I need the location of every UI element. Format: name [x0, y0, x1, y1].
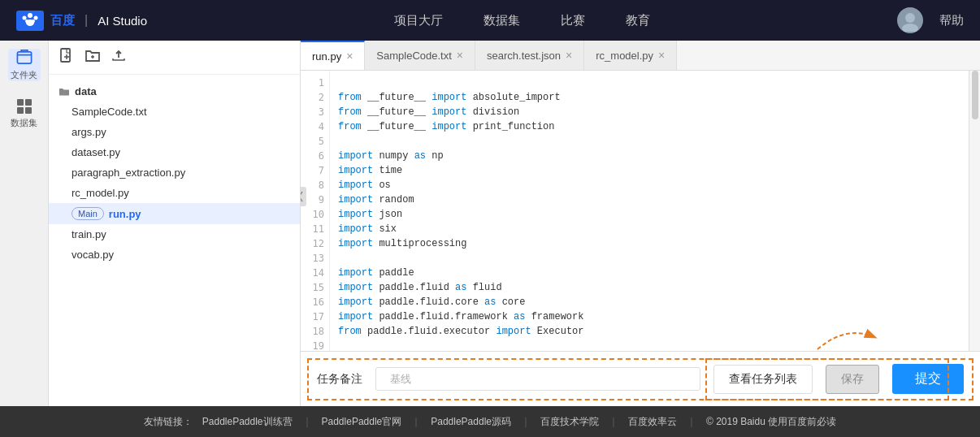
sidebar-item-datasets[interactable]: 数据集	[8, 97, 41, 130]
tab-rcmodel-close[interactable]: ×	[658, 50, 665, 61]
code-editor[interactable]: 1 2 3 4 5 6 7 8 9 10 11 12 13 14 15 16 1…	[301, 71, 980, 351]
svg-rect-9	[61, 49, 70, 62]
file-tree: data SampleCode.txt args.py dataset.py p…	[49, 75, 300, 406]
svg-point-5	[26, 19, 34, 26]
svg-point-6	[905, 13, 915, 23]
file-paragraph[interactable]: paragraph_extraction.py	[49, 162, 300, 183]
sidebar-files-label: 文件夹	[11, 69, 37, 81]
editor-scrollbar[interactable]	[969, 71, 980, 351]
tab-run-py-close[interactable]: ×	[346, 50, 353, 62]
sidebar: 文件夹 数据集	[0, 41, 49, 406]
svg-point-7	[902, 24, 918, 32]
nav-right: 帮助	[897, 7, 964, 33]
footer-divider-3: ｜	[521, 415, 531, 429]
tab-searchtest[interactable]: search.test.json ×	[475, 41, 584, 70]
avatar[interactable]	[897, 7, 923, 33]
upload-icon[interactable]	[111, 47, 127, 67]
nav-education[interactable]: 教育	[626, 13, 650, 28]
main-area: 文件夹 数据集	[0, 41, 980, 406]
logo-area: 百度 | AI Studio	[16, 11, 147, 31]
tab-searchtest-label: search.test.json	[487, 50, 561, 62]
file-train[interactable]: train.py	[49, 224, 300, 244]
footer-prefix: 友情链接：	[144, 415, 193, 429]
footer-link-paddleofficial[interactable]: PaddlePaddle官网	[322, 415, 402, 429]
svg-rect-8	[17, 52, 31, 63]
file-args[interactable]: args.py	[49, 122, 300, 142]
studio-text: AI Studio	[98, 14, 147, 28]
tab-samplecode-close[interactable]: ×	[457, 50, 463, 61]
footer-link-baidutech[interactable]: 百度技术学院	[540, 415, 599, 429]
grid-icon	[17, 99, 32, 114]
collapse-handle[interactable]	[301, 187, 306, 206]
tab-run-py[interactable]: run.py ×	[301, 41, 365, 70]
nav-projects[interactable]: 项目大厅	[394, 13, 443, 28]
svg-point-2	[34, 15, 38, 19]
sidebar-datasets-label: 数据集	[11, 117, 37, 129]
help-link[interactable]: 帮助	[939, 13, 964, 28]
nav-datasets[interactable]: 数据集	[483, 13, 520, 28]
folder-data[interactable]: data	[49, 81, 300, 102]
tab-searchtest-close[interactable]: ×	[566, 50, 572, 61]
footer: 友情链接： PaddlePaddle训练营 ｜ PaddlePaddle官网 ｜…	[0, 406, 980, 437]
footer-divider-5: ｜	[687, 415, 696, 429]
baseline-input[interactable]	[375, 367, 700, 391]
new-folder-icon[interactable]	[85, 47, 101, 67]
tab-samplecode-label: SampleCode.txt	[376, 50, 452, 62]
file-panel-toolbar	[49, 41, 300, 75]
footer-link-paddlecamp[interactable]: PaddlePaddle训练营	[202, 415, 293, 429]
nav-items: 项目大厅 数据集 比赛 教育	[180, 13, 865, 28]
view-tasks-button[interactable]: 查看任务列表	[713, 365, 813, 394]
tabs: run.py × SampleCode.txt × search.test.js…	[301, 41, 980, 71]
task-note-label: 任务备注	[317, 372, 362, 387]
baidu-logo	[16, 11, 44, 31]
svg-point-0	[28, 13, 33, 18]
nav-competition[interactable]: 比赛	[561, 13, 585, 28]
task-bar: 任务备注 基线 查看任务列表 保存 提交	[301, 351, 980, 406]
line-numbers: 1 2 3 4 5 6 7 8 9 10 11 12 13 14 15 16 1…	[301, 71, 330, 351]
file-runpy[interactable]: Main run.py	[49, 203, 300, 224]
save-button[interactable]: 保存	[826, 365, 879, 394]
code-content[interactable]: from __future__ import absolute_import f…	[330, 71, 969, 351]
footer-divider-4: ｜	[609, 415, 618, 429]
editor-area: run.py × SampleCode.txt × search.test.js…	[301, 41, 980, 406]
footer-copyright: © 2019 Baidu 使用百度前必读	[706, 415, 836, 429]
footer-link-baiducloud[interactable]: 百度效率云	[628, 415, 677, 429]
tab-rcmodel[interactable]: rc_model.py ×	[584, 41, 677, 70]
file-dataset[interactable]: dataset.py	[49, 142, 300, 162]
submit-button[interactable]: 提交	[892, 364, 964, 394]
main-badge: Main	[72, 207, 104, 220]
file-rcmodel[interactable]: rc_model.py	[49, 183, 300, 203]
logo-divider: |	[85, 13, 88, 28]
baidu-text: 百度	[50, 13, 75, 28]
footer-divider-1: ｜	[302, 415, 312, 429]
file-panel: data SampleCode.txt args.py dataset.py p…	[49, 41, 301, 406]
file-samplecode[interactable]: SampleCode.txt	[49, 102, 300, 122]
file-vocab[interactable]: vocab.py	[49, 244, 300, 265]
folder-name: data	[75, 85, 97, 97]
tab-run-py-label: run.py	[312, 50, 341, 63]
footer-link-paddlesrc[interactable]: PaddlePaddle源码	[431, 415, 511, 429]
new-file-icon[interactable]	[59, 47, 75, 67]
tab-samplecode[interactable]: SampleCode.txt ×	[365, 41, 475, 70]
scrollbar-thumb[interactable]	[972, 71, 978, 119]
tab-rcmodel-label: rc_model.py	[596, 50, 653, 62]
top-navigation: 百度 | AI Studio 项目大厅 数据集 比赛 教育 帮助	[0, 0, 980, 41]
sidebar-item-files[interactable]: 文件夹	[8, 49, 41, 81]
footer-divider-2: ｜	[411, 415, 421, 429]
svg-point-1	[23, 15, 27, 19]
